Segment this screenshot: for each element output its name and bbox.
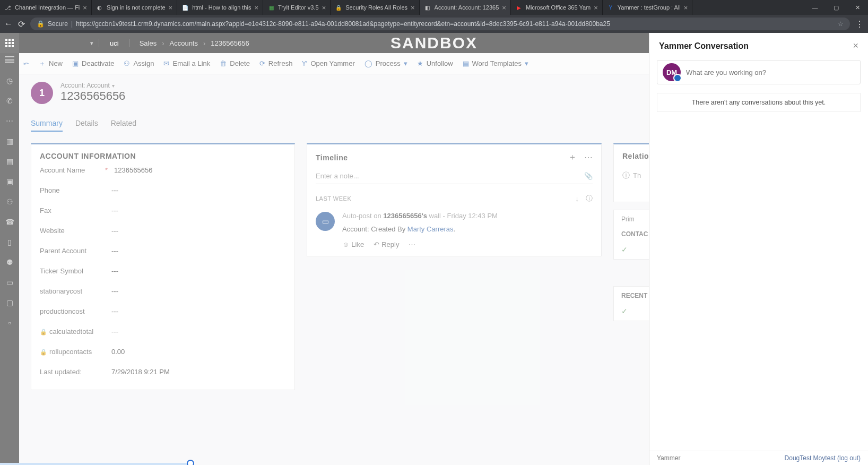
tab-label: Security Roles All Roles (345, 4, 407, 11)
user-avatar: DM (663, 63, 681, 81)
favicon-icon: ⎇ (4, 4, 12, 11)
menu-icon[interactable]: ⋮ (855, 19, 864, 29)
window-controls: — ▢ ✕ (804, 0, 868, 15)
close-tab-icon[interactable]: × (684, 4, 688, 12)
browser-tab-strip: ⎇Channel Integration — Fi× ◐Sign in is n… (0, 0, 868, 15)
tab-label: Yammer : testGroup : All (618, 4, 681, 11)
url-text: https://gccbn1v9test1.crm9.dynamics.com/… (76, 20, 835, 28)
favicon-icon: 🔒 (335, 4, 342, 11)
browser-tab[interactable]: 📄html - How to align this× (177, 0, 263, 15)
star-icon[interactable]: ☆ (838, 20, 844, 28)
browser-tab[interactable]: YYammer : testGroup : All× (603, 0, 693, 15)
favicon-icon: ▦ (267, 4, 275, 11)
url-input[interactable]: 🔒 Secure | https://gccbn1v9test1.crm9.dy… (30, 18, 850, 30)
favicon-icon: ◐ (96, 4, 103, 11)
favicon-icon: 📄 (181, 4, 189, 11)
loading-spinner-icon (187, 460, 194, 465)
browser-tab[interactable]: ◐Sign in is not complete× (92, 0, 177, 15)
close-icon[interactable]: × (853, 40, 858, 51)
favicon-icon: Y (607, 4, 614, 11)
close-tab-icon[interactable]: × (502, 4, 506, 12)
window-minimize-icon[interactable]: — (804, 0, 826, 15)
favicon-icon: ◧ (424, 4, 431, 11)
tab-label: Sign in is not complete (107, 4, 166, 11)
favicon-icon: ▶ (515, 4, 523, 11)
empty-conversations: There aren't any conversations about thi… (657, 93, 861, 112)
close-tab-icon[interactable]: × (594, 4, 598, 12)
loading-progress (0, 463, 191, 465)
close-tab-icon[interactable]: × (322, 4, 326, 12)
window-maximize-icon[interactable]: ▢ (826, 0, 847, 15)
tab-label: Account: Account: 12365 (435, 4, 499, 11)
panel-title: Yammer Conversation (659, 41, 749, 51)
close-tab-icon[interactable]: × (411, 4, 415, 12)
tab-label: Channel Integration — Fi (15, 4, 80, 11)
yammer-compose[interactable]: DM (657, 60, 861, 84)
app-frame: ▾ uci Sales› Accounts› 1236565656 SANDBO… (0, 33, 868, 465)
secure-label: Secure (48, 20, 68, 28)
modal-overlay[interactable] (0, 33, 649, 465)
back-icon[interactable]: ← (4, 19, 13, 29)
window-close-icon[interactable]: ✕ (847, 0, 868, 15)
tab-label: html - How to align this (192, 4, 251, 11)
yammer-brand: Yammer (657, 454, 680, 462)
tab-label: Microsoft Office 365 Yam (526, 4, 591, 11)
close-tab-icon[interactable]: × (169, 4, 173, 12)
yammer-user-link[interactable]: DougTest Moytest (log out) (785, 454, 861, 462)
browser-tab[interactable]: 🔒Security Roles All Roles× (331, 0, 419, 15)
tab-label: Tryit Editor v3.5 (278, 4, 319, 11)
browser-tab[interactable]: ▦Tryit Editor v3.5× (263, 0, 331, 15)
reload-icon[interactable]: ⟳ (18, 19, 25, 29)
lock-icon: 🔒 (37, 20, 45, 28)
yammer-panel: Yammer Conversation × DM There aren't an… (649, 33, 868, 465)
browser-tab[interactable]: ◧Account: Account: 12365× (420, 0, 511, 15)
browser-tab[interactable]: ▶Microsoft Office 365 Yam× (511, 0, 603, 15)
address-bar: ← ⟳ 🔒 Secure | https://gccbn1v9test1.crm… (0, 15, 868, 33)
close-tab-icon[interactable]: × (254, 4, 258, 12)
close-tab-icon[interactable]: × (83, 4, 87, 12)
browser-tab[interactable]: ⎇Channel Integration — Fi× (0, 0, 92, 15)
compose-input[interactable] (686, 68, 855, 76)
